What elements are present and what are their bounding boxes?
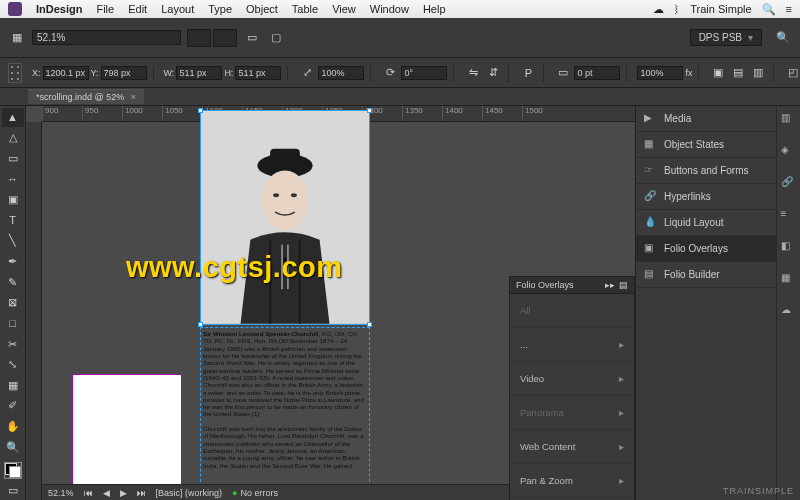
page-spread[interactable] xyxy=(72,374,182,500)
page-tool[interactable]: ▭ xyxy=(2,149,24,168)
layers-icon[interactable]: ◈ xyxy=(781,144,797,160)
links-icon[interactable]: 🔗 xyxy=(781,176,797,192)
overlay-row-panzoom[interactable]: Pan & Zoom▸ xyxy=(510,464,634,498)
content-collector-tool[interactable]: ▣ xyxy=(2,190,24,209)
view-mode-toggle[interactable]: ▭ xyxy=(2,481,24,500)
zoom-field[interactable] xyxy=(32,30,181,45)
stroke-field[interactable] xyxy=(574,66,620,80)
menu-object[interactable]: Object xyxy=(246,3,278,15)
overlay-row-video[interactable]: Video▸ xyxy=(510,362,634,396)
selection-handle[interactable] xyxy=(367,108,372,113)
reference-point[interactable] xyxy=(8,63,22,83)
status-errors[interactable]: No errors xyxy=(232,488,278,498)
opacity-field[interactable] xyxy=(637,66,683,80)
selection-handle[interactable] xyxy=(198,108,203,113)
folio-overlays-panel[interactable]: Folio Overlays ▸▸ ▤ All ...▸ Video▸ Pano… xyxy=(509,276,635,500)
flip-h-icon[interactable]: ⇋ xyxy=(464,64,482,82)
rectangle-tool[interactable]: □ xyxy=(2,314,24,333)
gap-tool[interactable]: ↔ xyxy=(2,170,24,189)
pencil-tool[interactable]: ✎ xyxy=(2,273,24,292)
panel-menu-icon[interactable]: ▤ xyxy=(619,280,628,290)
line-tool[interactable]: ╲ xyxy=(2,232,24,251)
user-label[interactable]: Train Simple xyxy=(690,3,751,15)
ruler-tick: 900 xyxy=(42,106,82,121)
bridge-icon[interactable]: ▦ xyxy=(8,29,26,47)
swatches-icon[interactable]: ▦ xyxy=(781,272,797,288)
overlay-row-all[interactable]: All xyxy=(510,294,634,328)
menu-extra-icon[interactable]: ≡ xyxy=(786,3,792,15)
icon-strip: ▥ ◈ 🔗 ≡ ◧ ▦ ☁ xyxy=(776,106,800,500)
screen-mode-icon[interactable]: ▢ xyxy=(267,29,285,47)
type-tool[interactable]: T xyxy=(2,211,24,230)
direct-selection-tool[interactable]: △ xyxy=(2,129,24,148)
hand-tool[interactable]: ✋ xyxy=(2,417,24,436)
y-field[interactable] xyxy=(101,66,147,80)
menu-layout[interactable]: Layout xyxy=(161,3,194,15)
view-mode-normal[interactable] xyxy=(187,29,211,47)
collapse-icon[interactable]: ▸▸ xyxy=(605,280,615,290)
menu-table[interactable]: Table xyxy=(292,3,318,15)
panel-media[interactable]: ▶Media xyxy=(636,106,776,132)
free-transform-tool[interactable]: ⤡ xyxy=(2,355,24,374)
overlay-row-webcontent[interactable]: Web Content▸ xyxy=(510,430,634,464)
panel-folio-builder[interactable]: ▤Folio Builder xyxy=(636,262,776,288)
close-tab-icon[interactable]: × xyxy=(131,92,136,102)
character-icon[interactable]: P xyxy=(519,64,537,82)
panel-hyperlinks[interactable]: 🔗Hyperlinks xyxy=(636,184,776,210)
scale-x-field[interactable] xyxy=(318,66,364,80)
fx-button[interactable]: fx xyxy=(685,68,692,78)
selection-tool[interactable]: ▲ xyxy=(2,108,24,127)
image-frame[interactable] xyxy=(200,110,370,325)
menu-file[interactable]: File xyxy=(96,3,114,15)
scissors-tool[interactable]: ✂ xyxy=(2,335,24,354)
panel-object-states[interactable]: ▦Object States xyxy=(636,132,776,158)
panel-liquid-layout[interactable]: 💧Liquid Layout xyxy=(636,210,776,236)
color-icon[interactable]: ◧ xyxy=(781,240,797,256)
pages-icon[interactable]: ▥ xyxy=(781,112,797,128)
menu-type[interactable]: Type xyxy=(208,3,232,15)
stroke-panel-icon[interactable]: ≡ xyxy=(781,208,797,224)
overlay-row-panorama[interactable]: Panorama▸ xyxy=(510,396,634,430)
text-wrap-3-icon[interactable]: ▥ xyxy=(749,64,767,82)
cloud-icon[interactable]: ☁ xyxy=(653,3,664,16)
flip-v-icon[interactable]: ⇵ xyxy=(484,64,502,82)
panel-buttons-forms[interactable]: ☞Buttons and Forms xyxy=(636,158,776,184)
h-field[interactable] xyxy=(235,66,281,80)
gradient-tool[interactable]: ▦ xyxy=(2,376,24,395)
arrange-icon[interactable]: ▭ xyxy=(243,29,261,47)
search-icon[interactable]: 🔍 xyxy=(774,29,792,47)
document-tab[interactable]: *scrolling.indd @ 52% × xyxy=(28,89,144,104)
status-preset[interactable]: [Basic] (working) xyxy=(156,488,223,498)
nav-prev-icon[interactable]: ◀ xyxy=(103,488,110,498)
nav-last-icon[interactable]: ⏭ xyxy=(137,488,146,498)
nav-first-icon[interactable]: ⏮ xyxy=(84,488,93,498)
app-name[interactable]: InDesign xyxy=(36,3,82,15)
w-field[interactable] xyxy=(176,66,222,80)
menu-view[interactable]: View xyxy=(332,3,356,15)
eyedropper-tool[interactable]: ✐ xyxy=(2,397,24,416)
panel-title: Folio Overlays xyxy=(516,280,574,290)
zoom-tool[interactable]: 🔍 xyxy=(2,438,24,457)
fill-stroke-swatch[interactable] xyxy=(4,462,22,479)
spotlight-icon[interactable]: 🔍 xyxy=(762,3,776,16)
wifi-icon[interactable]: ⧘ xyxy=(674,3,680,15)
x-field[interactable] xyxy=(43,66,89,80)
overlay-row-slideshow[interactable]: ...▸ xyxy=(510,328,634,362)
text-frame[interactable]: Sir Winston Leonard Spencer-Churchill, K… xyxy=(200,327,370,500)
rotate-field[interactable] xyxy=(401,66,447,80)
rectangle-frame-tool[interactable]: ⊠ xyxy=(2,293,24,312)
view-mode-preview[interactable] xyxy=(213,29,237,47)
workspace-switcher[interactable]: DPS PSB ▾ xyxy=(690,29,762,46)
text-wrap-2-icon[interactable]: ▤ xyxy=(729,64,747,82)
menu-edit[interactable]: Edit xyxy=(128,3,147,15)
corner-icon[interactable]: ◰ xyxy=(784,64,800,82)
cc-libraries-icon[interactable]: ☁ xyxy=(781,304,797,320)
menu-window[interactable]: Window xyxy=(370,3,409,15)
text-wrap-icon[interactable]: ▣ xyxy=(709,64,727,82)
panel-folio-overlays[interactable]: ▣Folio Overlays xyxy=(636,236,776,262)
panel-header[interactable]: Folio Overlays ▸▸ ▤ xyxy=(510,277,634,294)
pen-tool[interactable]: ✒ xyxy=(2,252,24,271)
status-zoom[interactable]: 52.1% xyxy=(48,488,74,498)
nav-next-icon[interactable]: ▶ xyxy=(120,488,127,498)
menu-help[interactable]: Help xyxy=(423,3,446,15)
